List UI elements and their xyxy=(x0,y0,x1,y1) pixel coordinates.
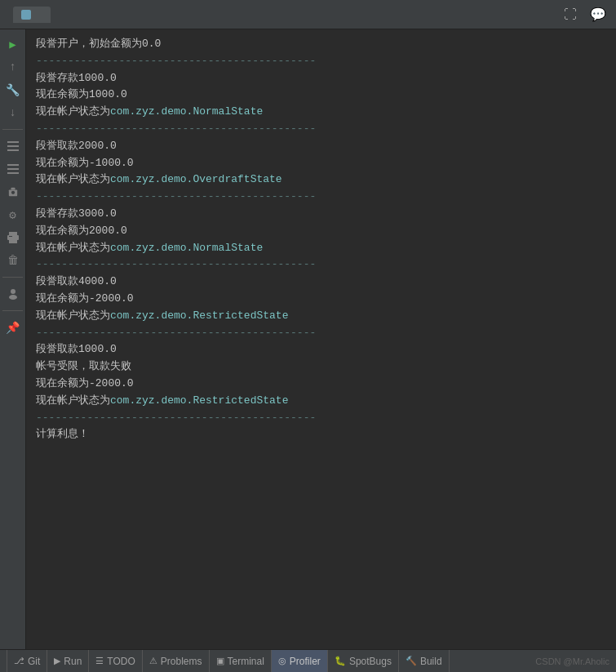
svg-point-14 xyxy=(9,295,17,300)
todo-icon: ☰ xyxy=(95,656,104,666)
main-area: ▶ ↑ 🔧 ↓ ⚙ xyxy=(0,29,616,649)
svg-rect-3 xyxy=(7,164,19,166)
status-label-git: Git xyxy=(28,656,40,667)
console-line: 现在余额为-1000.0 xyxy=(36,155,606,172)
console-output: 段誉开户，初始金额为0.0---------------------------… xyxy=(26,29,616,649)
console-line: 段誉开户，初始金额为0.0 xyxy=(36,36,606,53)
expand-button[interactable]: ⛶ xyxy=(561,5,580,24)
divider-2 xyxy=(2,277,23,278)
console-line: ----------------------------------------… xyxy=(36,189,606,206)
status-item-todo[interactable]: ☰TODO xyxy=(89,650,142,672)
console-line: 段誉存款1000.0 xyxy=(36,70,606,87)
left-toolbar: ▶ ↑ 🔧 ↓ ⚙ xyxy=(0,29,26,649)
status-label-spotbugs: SpotBugs xyxy=(349,656,392,667)
console-line: 现在余额为-2000.0 xyxy=(36,291,606,308)
svg-point-13 xyxy=(11,289,16,294)
list-icon[interactable] xyxy=(3,136,23,156)
tab-icon xyxy=(21,10,31,20)
divider-1 xyxy=(2,129,23,130)
status-label-problems: Problems xyxy=(161,656,202,667)
console-line: 段誉存款3000.0 xyxy=(36,206,606,223)
svg-rect-5 xyxy=(7,172,19,174)
camera-icon[interactable] xyxy=(3,182,23,202)
list2-icon[interactable] xyxy=(3,159,23,179)
status-item-build[interactable]: 🔨Build xyxy=(399,650,450,672)
wrench-icon[interactable]: 🔧 xyxy=(3,80,23,100)
status-label-todo: TODO xyxy=(107,656,135,667)
status-item-terminal[interactable]: ▣Terminal xyxy=(210,650,272,672)
console-line: 现在帐户状态为com.zyz.demo.NormalState xyxy=(36,104,606,121)
top-bar-actions: ⛶ 💬 xyxy=(561,5,609,24)
status-bar: ⎇Git▶Run☰TODO⚠Problems▣Terminal◎Profiler… xyxy=(0,649,616,672)
console-line: ----------------------------------------… xyxy=(36,256,606,274)
console-line: 现在余额为1000.0 xyxy=(36,87,606,104)
scroll-down-icon[interactable]: ↓ xyxy=(3,103,23,122)
status-label-terminal: Terminal xyxy=(228,656,264,667)
svg-rect-4 xyxy=(7,168,19,170)
console-line: 计算利息！ xyxy=(36,426,606,443)
watermark: CSDN @Mr.Aholic xyxy=(535,656,609,666)
gear-icon[interactable]: ⚙ xyxy=(3,205,23,225)
build-icon: 🔨 xyxy=(405,656,417,666)
console-line: 现在帐户状态为com.zyz.demo.NormalState xyxy=(36,240,606,257)
run-icon: ▶ xyxy=(54,656,60,666)
print-icon[interactable] xyxy=(3,228,23,247)
svg-rect-10 xyxy=(7,235,19,240)
console-line: ----------------------------------------… xyxy=(36,410,606,427)
svg-rect-11 xyxy=(9,240,17,243)
console-line: 帐号受限，取款失败 xyxy=(36,358,606,376)
console-line: ----------------------------------------… xyxy=(36,121,606,138)
status-label-profiler: Profiler xyxy=(290,656,321,667)
divider-3 xyxy=(2,310,23,311)
svg-rect-1 xyxy=(7,145,19,147)
git-icon: ⎇ xyxy=(14,656,24,666)
console-line: 段誉取款2000.0 xyxy=(36,138,606,155)
user-icon[interactable] xyxy=(3,284,23,304)
console-line: 现在余额为-2000.0 xyxy=(36,376,606,393)
profiler-icon: ◎ xyxy=(278,656,286,666)
svg-rect-9 xyxy=(9,232,17,235)
chat-button[interactable]: 💬 xyxy=(587,5,609,24)
pin-icon[interactable]: 📌 xyxy=(3,318,23,337)
status-item-problems[interactable]: ⚠Problems xyxy=(143,650,210,672)
status-item-git[interactable]: ⎇Git xyxy=(7,650,47,672)
status-item-spotbugs[interactable]: 🐛SpotBugs xyxy=(328,650,399,672)
spotbugs-icon: 🐛 xyxy=(335,656,346,666)
console-line: 现在帐户状态为com.zyz.demo.OverdraftState xyxy=(36,171,606,189)
run-icon[interactable]: ▶ xyxy=(3,34,23,54)
status-label-run: Run xyxy=(64,656,82,667)
terminal-icon: ▣ xyxy=(216,656,224,666)
console-line: 现在帐户状态为com.zyz.demo.RestrictedState xyxy=(36,308,606,325)
console-line: 段誉取款1000.0 xyxy=(36,341,606,358)
status-item-profiler[interactable]: ◎Profiler xyxy=(272,650,328,672)
status-item-run[interactable]: ▶Run xyxy=(47,650,89,672)
svg-rect-0 xyxy=(7,141,19,143)
console-line: ----------------------------------------… xyxy=(36,53,606,70)
console-line: ----------------------------------------… xyxy=(36,325,606,342)
console-line: 现在帐户状态为com.zyz.demo.RestrictedState xyxy=(36,393,606,410)
svg-rect-8 xyxy=(11,188,15,190)
svg-point-7 xyxy=(11,191,14,194)
trash-icon[interactable]: 🗑 xyxy=(3,251,23,270)
problems-icon: ⚠ xyxy=(149,656,157,666)
client-tab[interactable] xyxy=(13,7,51,23)
status-label-build: Build xyxy=(420,656,442,667)
svg-rect-2 xyxy=(7,149,19,151)
console-line: 段誉取款4000.0 xyxy=(36,274,606,291)
scroll-up-icon[interactable]: ↑ xyxy=(3,57,23,77)
svg-rect-12 xyxy=(9,236,12,237)
console-line: 现在余额为2000.0 xyxy=(36,223,606,240)
top-bar: ⛶ 💬 xyxy=(0,0,616,29)
